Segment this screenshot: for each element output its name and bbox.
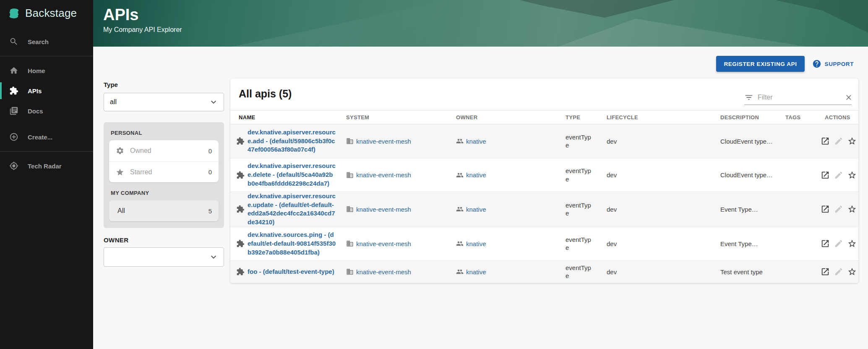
description-cell: Event Type… [712, 240, 777, 247]
sidebar-item-search[interactable]: Search [0, 31, 93, 52]
table-row: dev.knative.apiserver.resource.delete - … [230, 158, 858, 192]
group-icon [456, 137, 464, 145]
sidebar-item-apis[interactable]: APIs [0, 81, 93, 101]
group-icon [456, 268, 464, 276]
main-content: REGISTER EXISTING API SUPPORT Type all P… [93, 47, 868, 349]
system-icon [346, 137, 354, 145]
group-icon [456, 205, 464, 213]
api-puzzle-icon [236, 239, 245, 248]
all-filter-item[interactable]: All 5 [109, 200, 219, 221]
star-border-icon[interactable] [847, 239, 857, 248]
page-title: APIs [103, 6, 138, 24]
edit-icon[interactable] [834, 205, 843, 214]
all-card: All 5 [109, 200, 219, 221]
owner-select[interactable] [104, 247, 224, 267]
logo-wordmark: Backstage [25, 7, 77, 20]
register-existing-api-button[interactable]: REGISTER EXISTING API [716, 56, 804, 72]
lifecycle-cell: dev [598, 268, 712, 276]
owner-picker: OWNER [104, 236, 224, 267]
api-name-link[interactable]: dev.knative.sources.ping - (default/et-d… [248, 231, 336, 257]
sidebar-divider [0, 151, 93, 152]
open-in-new-icon[interactable] [821, 267, 830, 276]
starred-count: 0 [209, 168, 212, 176]
owned-filter-item[interactable]: Owned 0 [109, 140, 219, 161]
sidebar-item-tech-radar[interactable]: Tech Radar [0, 156, 93, 176]
column-header-system[interactable]: SYSTEM [338, 114, 448, 121]
type-cell: eventType [557, 201, 594, 218]
open-in-new-icon[interactable] [821, 136, 830, 146]
all-label: All [117, 207, 209, 215]
api-puzzle-icon [236, 171, 245, 179]
backstage-logo[interactable]: Backstage [0, 0, 93, 26]
table-row: dev.knative.sources.ping - (default/et-d… [230, 227, 858, 260]
column-header-owner[interactable]: OWNER [448, 114, 557, 121]
system-icon [346, 171, 354, 179]
backstage-stack-icon [8, 8, 20, 19]
star-border-icon[interactable] [847, 267, 857, 276]
open-in-new-icon[interactable] [821, 171, 830, 180]
type-cell: eventType [557, 133, 594, 150]
table-row: dev.knative.apiserver.resource.update - … [230, 192, 858, 227]
edit-icon[interactable] [834, 136, 843, 146]
column-header-description[interactable]: DESCRIPTION [712, 114, 777, 121]
owned-count: 0 [209, 147, 212, 155]
open-in-new-icon[interactable] [821, 205, 830, 214]
api-puzzle-icon [236, 268, 245, 276]
page-header: APIs My Company API Explorer [93, 0, 868, 47]
star-border-icon[interactable] [847, 171, 857, 180]
table-title: All apis (5) [239, 86, 292, 100]
table-filter-field [744, 93, 852, 105]
type-cell: eventType [557, 264, 594, 280]
owner-link[interactable]: knative [466, 268, 486, 276]
personal-card: Owned 0 Starred 0 [109, 140, 219, 182]
star-border-icon[interactable] [847, 205, 857, 214]
column-header-type[interactable]: TYPE [557, 114, 598, 121]
column-header-name[interactable]: NAME [230, 114, 338, 121]
home-icon [9, 66, 18, 75]
clear-filter-icon[interactable] [845, 93, 853, 102]
star-border-icon[interactable] [847, 136, 857, 146]
system-link[interactable]: knative-event-mesh [356, 268, 411, 276]
description-cell: Event Type… [712, 206, 777, 213]
sidebar-item-create[interactable]: Create... [0, 127, 93, 147]
type-cell: eventType [557, 236, 594, 252]
owner-link[interactable]: knative [466, 171, 486, 178]
lifecycle-cell: dev [598, 240, 712, 247]
api-name-link[interactable]: foo - (default/test-event-type) [248, 268, 336, 276]
help-icon [812, 59, 821, 68]
edit-icon[interactable] [834, 171, 843, 180]
support-button[interactable]: SUPPORT [812, 59, 854, 68]
type-select[interactable]: all [104, 93, 224, 111]
chevron-down-icon [209, 252, 219, 262]
owner-link[interactable]: knative [466, 138, 486, 145]
open-in-new-icon[interactable] [821, 239, 830, 248]
sidebar-item-home[interactable]: Home [0, 60, 93, 81]
system-icon [346, 205, 354, 213]
api-name-link[interactable]: dev.knative.apiserver.resource.add - (de… [248, 128, 336, 154]
system-link[interactable]: knative-event-mesh [356, 206, 411, 213]
sidebar-item-label: Tech Radar [28, 163, 62, 170]
column-header-tags[interactable]: TAGS [777, 114, 815, 121]
table-body: dev.knative.apiserver.resource.add - (de… [230, 124, 858, 283]
api-name-link[interactable]: dev.knative.apiserver.resource.delete - … [248, 162, 336, 188]
api-name-link[interactable]: dev.knative.apiserver.resource.update - … [248, 192, 336, 227]
sidebar-item-docs[interactable]: Docs [0, 101, 93, 121]
system-link[interactable]: knative-event-mesh [356, 138, 411, 145]
sidebar-item-label: Docs [28, 108, 43, 115]
owner-link[interactable]: knative [466, 240, 486, 247]
system-link[interactable]: knative-event-mesh [356, 171, 411, 178]
owner-label: OWNER [104, 236, 224, 244]
edit-icon[interactable] [834, 267, 843, 276]
edit-icon[interactable] [834, 239, 843, 248]
starred-filter-item[interactable]: Starred 0 [109, 161, 219, 182]
table-filter-input[interactable] [758, 94, 845, 101]
company-section-label: MY COMPANY [109, 182, 219, 200]
star-icon [116, 168, 124, 176]
search-icon [9, 37, 18, 46]
sidebar: Backstage Search Home APIs Docs Create..… [0, 0, 93, 349]
column-header-lifecycle[interactable]: LIFECYCLE [598, 114, 712, 121]
type-select-value: all [110, 98, 117, 106]
description-cell: CloudEvent type… [712, 138, 777, 145]
owner-link[interactable]: knative [466, 206, 486, 213]
system-link[interactable]: knative-event-mesh [356, 240, 411, 247]
